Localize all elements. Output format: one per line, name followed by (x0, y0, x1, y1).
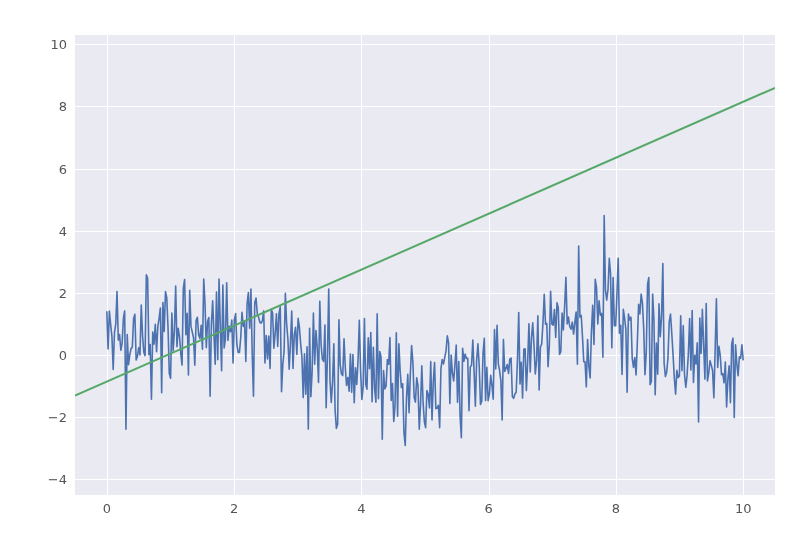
y-tick-label: 6 (59, 161, 67, 176)
x-tick-label: 4 (357, 501, 365, 516)
y-tick-label: 4 (59, 223, 67, 238)
x-tick-label: 10 (735, 501, 752, 516)
y-tick-label: 8 (59, 99, 67, 114)
y-tick-label: 2 (59, 285, 67, 300)
x-tick-label: 2 (230, 501, 238, 516)
x-tick-label: 8 (612, 501, 620, 516)
x-tick-label: 0 (103, 501, 111, 516)
y-tick-label: 0 (59, 348, 67, 363)
series-noisy-sine (107, 216, 743, 446)
figure: 0246810 −4−20246810 (0, 0, 800, 550)
y-tick-label: −4 (48, 472, 67, 487)
y-tick-label: −2 (48, 410, 67, 425)
series-linear-fit (75, 88, 775, 396)
plot-area (75, 35, 775, 495)
x-tick-label: 6 (484, 501, 492, 516)
y-tick-label: 10 (50, 37, 67, 52)
